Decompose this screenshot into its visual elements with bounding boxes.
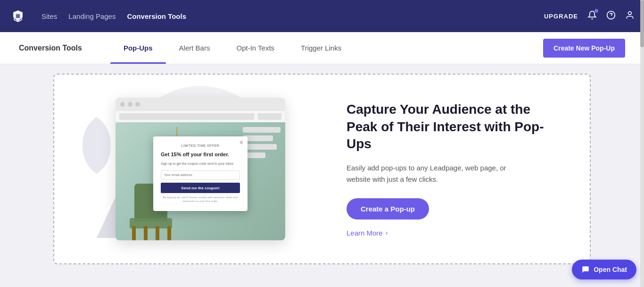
tab-opt-in-texts[interactable]: Opt-In Texts	[223, 32, 288, 64]
create-popup-cta-button[interactable]: Create a Pop-up	[347, 198, 429, 219]
browser-dot-2	[128, 102, 132, 107]
popup-fine-print: By signing up, you'll receive emails wit…	[161, 196, 240, 203]
nav-link-sites[interactable]: Sites	[41, 12, 57, 20]
popup-email-input[interactable]	[161, 170, 240, 180]
browser-body: ✕ Limited time offer Get 15% off your fi…	[116, 122, 285, 240]
open-chat-label: Open Chat	[594, 266, 627, 273]
popup-title: Get 15% off your first order.	[161, 151, 240, 158]
main-content: ✕ Limited time offer Get 15% off your fi…	[0, 64, 644, 287]
sub-nav-tabs: Pop-Ups Alert Bars Opt-In Texts Trigger …	[110, 32, 543, 64]
browser-dot-1	[120, 102, 125, 107]
popup-cta-button[interactable]: Send me the coupon!	[161, 183, 240, 193]
notifications-icon[interactable]	[587, 10, 597, 22]
nav-right-actions: UPGRADE	[544, 10, 635, 22]
browser-dot-3	[135, 102, 140, 107]
learn-more-link[interactable]: Learn More ›	[347, 229, 561, 237]
browser-titlebar	[116, 98, 285, 111]
open-chat-button[interactable]: Open Chat	[572, 260, 636, 279]
learn-more-chevron-icon: ›	[386, 229, 388, 236]
tab-pop-ups[interactable]: Pop-Ups	[110, 32, 166, 64]
content-card: ✕ Limited time offer Get 15% off your fi…	[53, 74, 591, 264]
top-navigation: Sites Landing Pages Conversion Tools UPG…	[0, 0, 644, 32]
hero-text-area: Capture Your Audience at the Peak of The…	[347, 101, 561, 236]
learn-more-label: Learn More	[347, 229, 383, 237]
tab-alert-bars[interactable]: Alert Bars	[166, 32, 223, 64]
user-profile-icon[interactable]	[625, 10, 635, 22]
popup-close-icon: ✕	[239, 139, 244, 146]
notification-dot	[594, 9, 598, 13]
hero-title: Capture Your Audience at the Peak of The…	[347, 101, 561, 152]
scrollbar-track[interactable]	[640, 0, 644, 287]
sub-nav-title: Conversion Tools	[19, 44, 82, 52]
url-button	[258, 113, 281, 120]
illustration-area: ✕ Limited time offer Get 15% off your fi…	[83, 93, 318, 245]
page-content-rows	[243, 127, 281, 161]
nav-link-landing-pages[interactable]: Landing Pages	[68, 12, 116, 20]
upgrade-button[interactable]: UPGRADE	[544, 13, 578, 20]
hero-description: Easily add pop-ups to any Leadpage, web …	[347, 162, 526, 185]
svg-point-3	[628, 11, 632, 15]
nav-links: Sites Landing Pages Conversion Tools	[41, 12, 533, 20]
help-icon[interactable]	[606, 10, 616, 22]
popup-demo-modal: ✕ Limited time offer Get 15% off your fi…	[153, 136, 248, 211]
browser-window: ✕ Limited time offer Get 15% off your fi…	[116, 98, 285, 240]
browser-url-area	[116, 111, 285, 122]
chat-bubble-icon	[581, 265, 590, 274]
url-bar	[119, 113, 254, 120]
nav-link-conversion-tools[interactable]: Conversion Tools	[127, 12, 186, 20]
popup-badge: Limited time offer	[161, 144, 240, 147]
create-new-popup-button[interactable]: Create New Pop-Up	[543, 39, 625, 58]
tab-trigger-links[interactable]: Trigger Links	[288, 32, 355, 64]
sub-navigation: Conversion Tools Pop-Ups Alert Bars Opt-…	[0, 32, 644, 64]
logo[interactable]	[9, 8, 26, 25]
scrollbar-thumb[interactable]	[640, 0, 644, 47]
popup-description: Sign up to get the coupon code sent to y…	[161, 161, 240, 166]
